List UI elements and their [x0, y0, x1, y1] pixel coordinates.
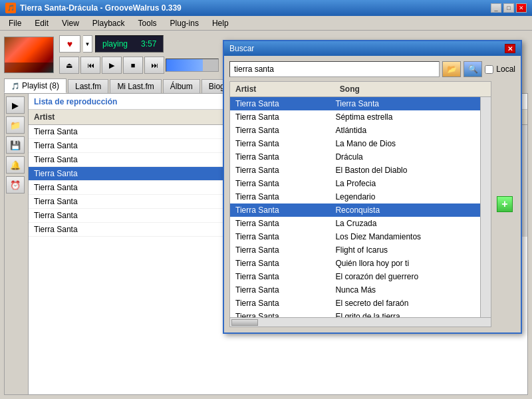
result-row[interactable]: Tierra Santa El grito de la tierra — [230, 310, 480, 317]
tab-lastfm[interactable]: Last.fm — [68, 79, 108, 93]
result-row[interactable]: Tierra Santa Nunca Más — [230, 283, 480, 297]
result-row[interactable]: Tierra Santa Tierra Santa — [230, 97, 480, 110]
add-to-playlist-button[interactable]: + — [497, 196, 513, 212]
menu-file[interactable]: File — [3, 17, 27, 30]
minimize-button[interactable]: _ — [491, 3, 501, 13]
search-input[interactable] — [229, 61, 440, 77]
bell-side-button[interactable]: 🔔 — [6, 156, 25, 174]
results-list-area: Tierra Santa Tierra Santa Tierra Santa S… — [230, 97, 491, 317]
playback-controls: ⏏ ⏮ ▶ ■ ⏭ — [59, 57, 164, 74]
search-bar: 📂 🔍 Local — [229, 61, 515, 77]
search-folder-button[interactable]: 📂 — [442, 61, 461, 77]
results-section: Artist Song Tierra Santa Tierra Santa Ti… — [229, 81, 515, 327]
scrollbar-placeholder — [480, 83, 491, 95]
window-controls: _ □ ✕ — [491, 3, 527, 13]
menu-tools[interactable]: Tools — [132, 17, 163, 30]
maximize-button[interactable]: □ — [503, 3, 514, 13]
result-row-selected[interactable]: Tierra Santa Reconquista — [230, 203, 480, 217]
result-col-song: Song — [334, 83, 480, 95]
results-area: Artist Song Tierra Santa Tierra Santa Ti… — [229, 81, 491, 327]
album-art — [4, 37, 54, 73]
result-col-artist: Artist — [230, 83, 334, 95]
result-row[interactable]: Tierra Santa El corazón del guerrero — [230, 270, 480, 283]
volume-slider[interactable] — [166, 59, 219, 72]
app-icon: 🎵 — [5, 3, 16, 13]
save-side-button[interactable]: 💾 — [6, 136, 25, 154]
folder-side-button[interactable]: 📁 — [6, 116, 25, 134]
eject-button[interactable]: ⏏ — [59, 57, 79, 74]
menu-edit[interactable]: Edit — [29, 17, 55, 30]
result-row[interactable]: Tierra Santa El Baston del Diablo — [230, 164, 480, 177]
dialog-content: 📂 🔍 Local Artist Song Ti — [224, 56, 521, 332]
window-title: Tierra Santa-Drácula - GrooveWalrus 0.33… — [20, 3, 182, 13]
tab-milastfm[interactable]: Mi Last.fm — [110, 79, 161, 93]
clock-side-button[interactable]: ⏰ — [6, 176, 25, 194]
tab-playlist-label: Playlist (8) — [22, 81, 59, 90]
search-go-button[interactable]: 🔍 — [464, 61, 482, 77]
folder-search-icon: 📂 — [447, 65, 457, 74]
result-row[interactable]: Tierra Santa Séptima estrella — [230, 110, 480, 124]
result-row[interactable]: Tierra Santa El secreto del faraón — [230, 297, 480, 310]
menu-bar: File Edit View Playback Tools Plug-ins H… — [0, 16, 532, 31]
results-header: Artist Song — [230, 82, 491, 97]
result-row[interactable]: Tierra Santa Drácula — [230, 150, 480, 164]
status-display: playing 3:57 — [95, 35, 164, 53]
play-status: playing — [102, 39, 128, 49]
add-button-area: + — [494, 81, 515, 327]
heart-dropdown[interactable]: ▼ — [83, 35, 92, 53]
heart-button[interactable]: ♥ — [59, 35, 80, 53]
result-row[interactable]: Tierra Santa Flight of Icarus — [230, 243, 480, 257]
menu-help[interactable]: Help — [206, 17, 235, 30]
volume-fill — [166, 59, 203, 71]
scrollbar-thumb — [231, 319, 258, 326]
local-checkbox-area[interactable]: Local — [485, 65, 515, 74]
menu-plugins[interactable]: Plug-ins — [164, 17, 205, 30]
title-bar: 🎵 Tierra Santa-Drácula - GrooveWalrus 0.… — [0, 0, 532, 16]
play-button[interactable]: ▶ — [102, 57, 122, 74]
dialog-title: Buscar — [229, 44, 254, 53]
search-dialog: Buscar ✕ 📂 🔍 Local Artist Song — [223, 40, 522, 334]
playlist-title: Lista de reproducción — [34, 97, 117, 106]
tab-playlist[interactable]: 🎵 Playlist (8) — [4, 78, 66, 93]
tab-album-label: Álbum — [170, 82, 193, 91]
stop-button[interactable]: ■ — [123, 57, 143, 74]
results-list[interactable]: Tierra Santa Tierra Santa Tierra Santa S… — [230, 97, 480, 317]
play-side-button[interactable]: ▶ — [6, 96, 25, 114]
playlist-tab-icon: 🎵 — [11, 82, 19, 90]
menu-playback[interactable]: Playback — [86, 17, 131, 30]
play-time: 3:57 — [141, 39, 156, 49]
menu-view[interactable]: View — [56, 17, 85, 30]
result-row[interactable]: Tierra Santa Quién llora hoy por ti — [230, 257, 480, 270]
bottom-scrollbar[interactable] — [230, 317, 491, 327]
tab-album[interactable]: Álbum — [163, 79, 200, 93]
tab-lastfm-label: Last.fm — [75, 82, 101, 91]
result-row[interactable]: Tierra Santa La Cruzada — [230, 217, 480, 230]
dialog-close-button[interactable]: ✕ — [505, 44, 515, 53]
tab-milastfm-label: Mi Last.fm — [117, 82, 154, 91]
next-button[interactable]: ⏭ — [144, 57, 164, 74]
result-row[interactable]: Tierra Santa La Mano de Dios — [230, 137, 480, 150]
sidebar-icons: ▶ 📁 💾 🔔 ⏰ — [5, 94, 29, 394]
close-button[interactable]: ✕ — [516, 3, 527, 13]
local-label: Local — [496, 65, 515, 74]
dialog-title-bar: Buscar ✕ — [224, 41, 521, 56]
col-header-artist: Artist — [29, 111, 253, 123]
result-row[interactable]: Tierra Santa Los Diez Mandamientos — [230, 230, 480, 243]
local-checkbox[interactable] — [485, 65, 493, 74]
result-row[interactable]: Tierra Santa Atlántida — [230, 124, 480, 137]
results-scrollbar[interactable] — [480, 97, 491, 317]
result-row[interactable]: Tierra Santa La Profecia — [230, 177, 480, 190]
prev-button[interactable]: ⏮ — [80, 57, 100, 74]
result-row[interactable]: Tierra Santa Legendario — [230, 190, 480, 203]
search-go-icon: 🔍 — [468, 65, 478, 74]
